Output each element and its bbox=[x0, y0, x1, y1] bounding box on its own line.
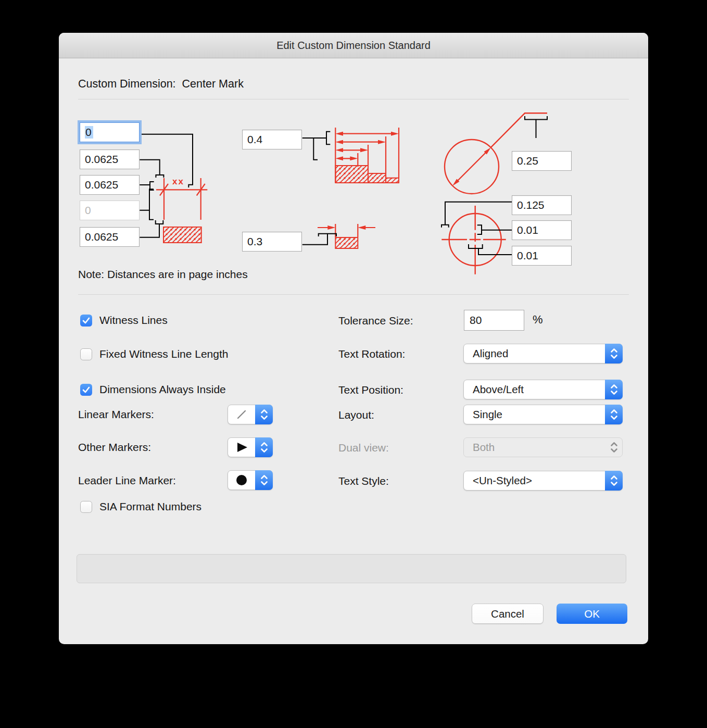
dim-field-right-3[interactable]: 0.01 bbox=[512, 220, 572, 240]
sia-format-row: SIA Format Numbers bbox=[80, 500, 201, 513]
leader-line-marker-label: Leader Line Marker: bbox=[78, 474, 176, 487]
fixed-witness-label: Fixed Witness Line Length bbox=[99, 348, 228, 360]
dim-field-right-2[interactable]: 0.125 bbox=[512, 195, 572, 215]
always-inside-row: Dimensions Always Inside bbox=[80, 383, 226, 396]
linear-markers-label: Linear Markers: bbox=[78, 408, 154, 421]
witness-lines-row: Witness Lines bbox=[80, 314, 168, 327]
leader-line-marker-stepper[interactable] bbox=[255, 470, 273, 490]
dim-field-middle-2[interactable]: 0.3 bbox=[242, 232, 302, 252]
text-rotation-value: Aligned bbox=[473, 347, 508, 360]
text-style-popup[interactable]: <Un-Styled> bbox=[463, 471, 623, 491]
filled-circle-marker-icon bbox=[228, 473, 255, 487]
sia-format-label: SIA Format Numbers bbox=[99, 500, 201, 513]
fixed-witness-row: Fixed Witness Line Length bbox=[80, 348, 228, 360]
filled-triangle-marker-icon bbox=[228, 441, 255, 454]
dimension-preview-diagram: xx bbox=[59, 33, 648, 309]
tolerance-size-label: Tolerance Size: bbox=[338, 315, 413, 327]
tolerance-size-input[interactable]: 80 bbox=[464, 310, 524, 331]
dim-field-left-2[interactable]: 0.0625 bbox=[80, 149, 140, 169]
middle-bottom-callouts bbox=[302, 234, 336, 245]
layout-label: Layout: bbox=[338, 409, 374, 421]
edit-custom-dimension-dialog: Edit Custom Dimension Standard Custom Di… bbox=[59, 33, 648, 644]
witness-lines-checkbox[interactable] bbox=[80, 315, 92, 327]
layout-value: Single bbox=[473, 408, 502, 421]
linear-markers-popup[interactable] bbox=[228, 405, 273, 424]
text-rotation-stepper[interactable] bbox=[605, 344, 623, 363]
distances-note: Note: Distances are in page inches bbox=[78, 268, 248, 281]
other-markers-label: Other Markers: bbox=[78, 441, 151, 454]
sia-format-checkbox[interactable] bbox=[80, 501, 92, 513]
layout-stepper[interactable] bbox=[605, 405, 623, 424]
text-rotation-popup[interactable]: Aligned bbox=[463, 344, 623, 363]
dim-field-left-3[interactable]: 0.0625 bbox=[80, 175, 140, 195]
leader-line-marker-popup[interactable] bbox=[228, 470, 273, 490]
other-markers-popup[interactable] bbox=[228, 437, 273, 457]
dim-field-middle-1[interactable]: 0.4 bbox=[242, 130, 302, 149]
dual-view-value: Both bbox=[473, 441, 495, 454]
dim-field-left-1-value: 0 bbox=[85, 126, 93, 139]
sample-dimension-text: xx bbox=[172, 177, 184, 186]
middle-top-hatch bbox=[335, 166, 399, 183]
dual-view-popup: Both bbox=[463, 437, 623, 457]
text-position-stepper[interactable] bbox=[605, 380, 623, 399]
dim-field-left-1[interactable]: 0 bbox=[80, 122, 140, 142]
right-top-callouts bbox=[525, 116, 547, 138]
dim-field-left-4: 0 bbox=[80, 200, 140, 220]
dual-view-label: Dual view: bbox=[338, 442, 389, 454]
linear-markers-stepper[interactable] bbox=[255, 405, 273, 424]
tolerance-percent-sign: % bbox=[533, 313, 543, 327]
middle-bottom-red bbox=[318, 224, 375, 237]
text-style-stepper[interactable] bbox=[605, 471, 623, 491]
cancel-button[interactable]: Cancel bbox=[472, 604, 544, 624]
text-style-value: <Un-Styled> bbox=[473, 474, 532, 487]
section-divider bbox=[78, 294, 629, 295]
other-markers-stepper[interactable] bbox=[255, 437, 273, 457]
middle-top-callouts bbox=[302, 132, 331, 160]
always-inside-checkbox[interactable] bbox=[80, 384, 92, 396]
dim-field-right-1[interactable]: 0.25 bbox=[512, 151, 572, 171]
fixed-witness-checkbox[interactable] bbox=[80, 348, 92, 360]
slash-marker-icon bbox=[228, 408, 255, 421]
middle-top-arrowheads bbox=[335, 132, 399, 161]
text-position-popup[interactable]: Above/Left bbox=[463, 380, 623, 399]
text-position-value: Above/Left bbox=[473, 383, 524, 396]
status-well bbox=[77, 554, 626, 583]
dim-field-right-4[interactable]: 0.01 bbox=[512, 246, 572, 266]
middle-bottom-hatch bbox=[335, 237, 358, 248]
left-diagram-hatch bbox=[163, 227, 201, 243]
witness-lines-label: Witness Lines bbox=[99, 314, 168, 327]
ok-button[interactable]: OK bbox=[557, 604, 627, 624]
middle-bottom-arrowheads bbox=[327, 225, 365, 230]
right-bottom-red bbox=[441, 206, 506, 274]
dim-field-left-5[interactable]: 0.0625 bbox=[80, 227, 140, 247]
text-rotation-label: Text Rotation: bbox=[338, 348, 405, 360]
dual-view-stepper bbox=[605, 437, 623, 457]
layout-popup[interactable]: Single bbox=[463, 405, 623, 424]
text-position-label: Text Position: bbox=[338, 384, 403, 396]
text-style-label: Text Style: bbox=[338, 475, 389, 487]
always-inside-label: Dimensions Always Inside bbox=[99, 383, 226, 396]
